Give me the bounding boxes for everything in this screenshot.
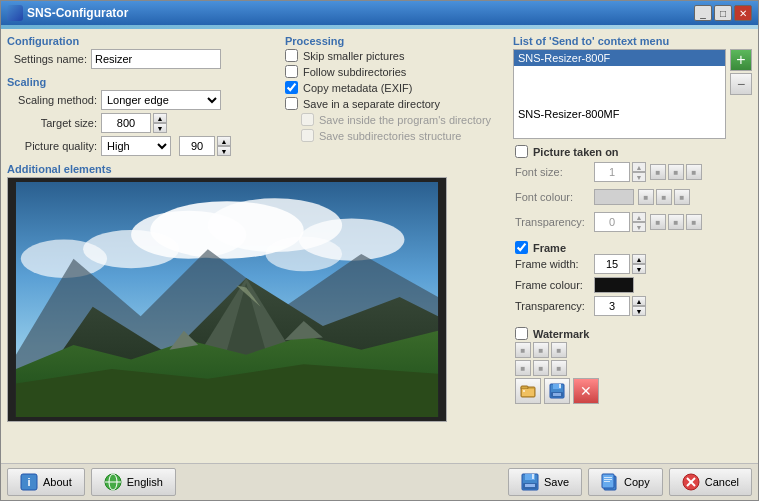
save-btn-icon [521, 473, 539, 491]
svg-rect-18 [521, 386, 528, 389]
quality-number-up[interactable]: ▲ [217, 136, 231, 146]
cancel-button[interactable]: Cancel [669, 468, 752, 496]
bottom-left: i About English [7, 468, 176, 496]
transparency-up[interactable]: ▲ [632, 212, 646, 222]
picture-taken-checkbox[interactable] [515, 145, 528, 158]
skip-smaller-checkbox[interactable] [285, 49, 298, 62]
wm-btn5[interactable]: ■ [533, 360, 549, 376]
save-sub-label: Save subdirectories structure [319, 130, 461, 142]
font-size-spinner: ▲ ▼ [594, 162, 646, 182]
list-header: List of 'Send to' context menu [513, 35, 752, 47]
frame-transparency-input[interactable] [594, 296, 630, 316]
frame-transparency-up[interactable]: ▲ [632, 296, 646, 306]
target-size-down[interactable]: ▼ [153, 123, 167, 133]
watermark-open-btn[interactable] [515, 378, 541, 404]
font-size-down[interactable]: ▼ [632, 172, 646, 182]
colour-btn3[interactable]: ■ [674, 189, 690, 205]
save-sub-checkbox[interactable] [301, 129, 314, 142]
svg-rect-39 [604, 479, 612, 480]
wm-btn3[interactable]: ■ [551, 342, 567, 358]
quality-number-spinner: ▲ ▼ [179, 136, 231, 156]
list-row: SNS-Resizer-800F SNS-Resizer-800MF + − [513, 49, 752, 139]
save-inside-row: Save inside the program's directory [301, 113, 505, 126]
save-button[interactable]: Save [508, 468, 582, 496]
list-item[interactable]: SNS-Resizer-800F [514, 50, 725, 66]
follow-subdirectories-checkbox[interactable] [285, 65, 298, 78]
quality-number-input[interactable] [179, 136, 215, 156]
frame-width-down[interactable]: ▼ [632, 264, 646, 274]
font-size-up[interactable]: ▲ [632, 162, 646, 172]
target-size-row: Target size: ▲ ▼ [7, 113, 277, 133]
trans-btn1[interactable]: ■ [650, 214, 666, 230]
transparency-input[interactable] [594, 212, 630, 232]
maximize-button[interactable]: □ [714, 5, 732, 21]
context-menu-listbox[interactable]: SNS-Resizer-800F SNS-Resizer-800MF [513, 49, 726, 139]
transparency-down[interactable]: ▼ [632, 222, 646, 232]
scaling-method-select[interactable]: Longer edge Shorter edge Width Height [101, 90, 221, 110]
copy-metadata-checkbox[interactable] [285, 81, 298, 94]
font-size-align-btns: ■ ■ ■ [650, 164, 702, 180]
frame-transparency-down[interactable]: ▼ [632, 306, 646, 316]
frame-colour-swatch[interactable] [594, 277, 634, 293]
transparency-btns: ■ ■ ■ [650, 214, 702, 230]
trans-btn3[interactable]: ■ [686, 214, 702, 230]
settings-name-input[interactable] [91, 49, 221, 69]
language-button[interactable]: English [91, 468, 176, 496]
watermark-label: Watermark [533, 328, 589, 340]
window-controls: _ □ ✕ [694, 5, 752, 21]
svg-text:i: i [27, 476, 30, 488]
font-colour-label: Font colour: [515, 191, 590, 203]
wm-btn6[interactable]: ■ [551, 360, 567, 376]
align-tc-btn[interactable]: ■ [668, 164, 684, 180]
save-separate-checkbox[interactable] [285, 97, 298, 110]
list-item[interactable]: SNS-Resizer-800MF [514, 106, 725, 122]
quality-number-spin-btns: ▲ ▼ [217, 136, 231, 156]
colour-btn2[interactable]: ■ [656, 189, 672, 205]
frame-width-spinner: ▲ ▼ [594, 254, 646, 274]
frame-width-input[interactable] [594, 254, 630, 274]
transparency-spinner: ▲ ▼ [594, 212, 646, 232]
wm-btn2[interactable]: ■ [533, 342, 549, 358]
language-label: English [127, 476, 163, 488]
scaling-method-label: Scaling method: [7, 94, 97, 106]
save-separate-label: Save in a separate directory [303, 98, 440, 110]
font-size-row: Font size: ▲ ▼ ■ ■ ■ [515, 162, 750, 182]
bottom-right: Save Copy [508, 468, 752, 496]
add-list-button[interactable]: + [730, 49, 752, 71]
frame-colour-label: Frame colour: [515, 279, 590, 291]
align-tl-btn[interactable]: ■ [650, 164, 666, 180]
wm-btn1[interactable]: ■ [515, 342, 531, 358]
svg-rect-35 [525, 484, 535, 487]
font-colour-swatch[interactable] [594, 189, 634, 205]
frame-checkbox[interactable] [515, 241, 528, 254]
about-icon: i [20, 473, 38, 491]
about-button[interactable]: i About [7, 468, 85, 496]
copy-btn-icon [601, 473, 619, 491]
picture-quality-select[interactable]: High Medium Low [101, 136, 171, 156]
svg-rect-20 [523, 390, 525, 392]
copy-label: Copy [624, 476, 650, 488]
svg-rect-23 [559, 384, 561, 388]
trans-btn2[interactable]: ■ [668, 214, 684, 230]
watermark-checkbox[interactable] [515, 327, 528, 340]
skip-smaller-label: Skip smaller pictures [303, 50, 404, 62]
align-tr-btn[interactable]: ■ [686, 164, 702, 180]
target-size-input[interactable] [101, 113, 151, 133]
watermark-icon-btns: ✕ [515, 378, 750, 404]
target-size-up[interactable]: ▲ [153, 113, 167, 123]
save-inside-checkbox[interactable] [301, 113, 314, 126]
wm-btn4[interactable]: ■ [515, 360, 531, 376]
watermark-save-btn[interactable] [544, 378, 570, 404]
remove-list-button[interactable]: − [730, 73, 752, 95]
watermark-delete-btn[interactable]: ✕ [573, 378, 599, 404]
frame-width-up[interactable]: ▲ [632, 254, 646, 264]
close-button[interactable]: ✕ [734, 5, 752, 21]
minimize-button[interactable]: _ [694, 5, 712, 21]
frame-width-label: Frame width: [515, 258, 590, 270]
colour-btn1[interactable]: ■ [638, 189, 654, 205]
frame-transparency-spin-btns: ▲ ▼ [632, 296, 646, 316]
watermark-section: Watermark ■ ■ ■ ■ ■ ■ [515, 325, 750, 406]
font-size-input[interactable] [594, 162, 630, 182]
quality-number-down[interactable]: ▼ [217, 146, 231, 156]
copy-button[interactable]: Copy [588, 468, 663, 496]
